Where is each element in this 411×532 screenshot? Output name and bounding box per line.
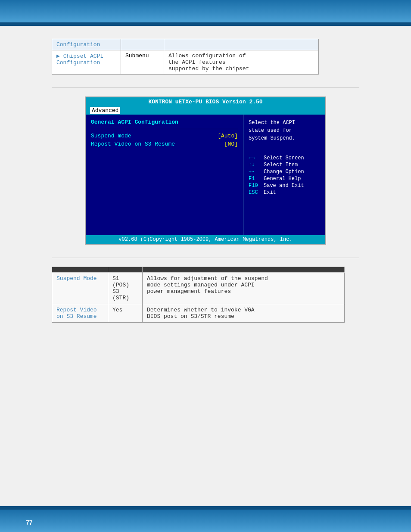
bios-item-repost-value: [NO] (224, 141, 238, 147)
key-updown: ↑↓ (249, 162, 264, 168)
page-number: 77 (26, 519, 33, 526)
bios-item-suspend-label: Suspend mode (91, 133, 218, 139)
bios-item-suspend-value: [Auto] (218, 133, 238, 139)
bios-menu-bar: Advanced (86, 106, 325, 115)
bios-body: General ACPI Configuration Suspend mode … (86, 115, 325, 235)
table-row: Configuration (52, 39, 319, 50)
config-table: Configuration ▶ Chipset ACPI Configurati… (52, 39, 319, 75)
config-col3-header (164, 39, 319, 50)
bios-item-row[interactable]: Suspend mode [Auto] (91, 133, 238, 139)
bios-tab-advanced[interactable]: Advanced (90, 107, 120, 114)
bios-title: KONTRON uETXe-PU BIOS Version 2.50 (86, 97, 325, 106)
config-item-label: ▶ Chipset ACPI Configuration (52, 50, 121, 75)
key-f10: F10 (249, 183, 264, 189)
page-content: Configuration ▶ Chipset ACPI Configurati… (0, 30, 411, 502)
config-col2-header (121, 39, 164, 50)
bios-footer: v02.68 (C)Copyright 1985-2009, American … (86, 235, 325, 244)
config-table-section: Configuration ▶ Chipset ACPI Configurati… (26, 39, 385, 75)
key-row: ESC Exit (249, 190, 320, 196)
t2-repost-value: Yes (108, 304, 143, 323)
bios-item-row[interactable]: Repost Video on S3 Resume [NO] (91, 141, 238, 147)
divider-1 (52, 87, 359, 88)
t2-header-col1 (52, 267, 108, 273)
t2-suspend-mode-values: S1 (POS) S3 (STR) (108, 273, 143, 304)
key-row: +- Change Option (249, 169, 320, 175)
key-change-option: Change Option (264, 169, 304, 175)
top-bar-accent (0, 22, 411, 26)
key-exit: Exit (264, 190, 276, 196)
table2: Suspend Mode S1 (POS) S3 (STR) Allows fo… (52, 267, 345, 323)
t2-repost-desc: Determines whether to invoke VGA BIOS po… (143, 304, 345, 323)
bios-screen: KONTRON uETXe-PU BIOS Version 2.50 Advan… (85, 96, 326, 245)
divider-2 (52, 258, 359, 258)
key-general-help: General Help (264, 176, 301, 182)
bios-item-repost-label: Repost Video on S3 Resume (91, 141, 224, 147)
table-row: Repost Video on S3 Resume Yes Determines… (52, 304, 345, 323)
key-f1: F1 (249, 176, 264, 182)
bios-section-title: General ACPI Configuration (91, 119, 238, 125)
bios-left-panel: General ACPI Configuration Suspend mode … (86, 115, 243, 235)
key-select-item: Select Item (264, 162, 298, 168)
key-row: ←→ Select Screen (249, 155, 320, 161)
config-col1-header: Configuration (52, 39, 121, 50)
table-row: ▶ Chipset ACPI Configuration Submenu All… (52, 50, 319, 75)
key-save-exit: Save and Exit (264, 183, 304, 189)
config-item-type: Submenu (121, 50, 164, 75)
table-row-header (52, 267, 345, 273)
key-row: ↑↓ Select Item (249, 162, 320, 168)
bios-help-text: Select the ACPI state used for System Su… (249, 119, 320, 142)
key-row: F1 General Help (249, 176, 320, 182)
config-item-desc: Allows configuration of the ACPI feature… (164, 50, 319, 75)
bios-right-panel: Select the ACPI state used for System Su… (243, 115, 325, 235)
bottom-bar-accent (0, 506, 411, 510)
table2-section: Suspend Mode S1 (POS) S3 (STR) Allows fo… (26, 267, 385, 323)
bios-keys: ←→ Select Screen ↑↓ Select Item +- Chang… (249, 155, 320, 196)
key-row: F10 Save and Exit (249, 183, 320, 189)
t2-suspend-mode-desc: Allows for adjustment of the suspend mod… (143, 273, 345, 304)
table-row: Suspend Mode S1 (POS) S3 (STR) Allows fo… (52, 273, 345, 304)
t2-header-col3 (143, 267, 345, 273)
top-bar (0, 0, 411, 22)
key-select-screen: Select Screen (264, 155, 304, 161)
t2-header-col2 (108, 267, 143, 273)
key-plusminus: +- (249, 169, 264, 175)
key-arrows: ←→ (249, 155, 264, 161)
key-esc: ESC (249, 190, 264, 196)
t2-suspend-mode-label: Suspend Mode (52, 273, 108, 304)
t2-repost-label: Repost Video on S3 Resume (52, 304, 108, 323)
bottom-bar: 77 (0, 510, 411, 532)
